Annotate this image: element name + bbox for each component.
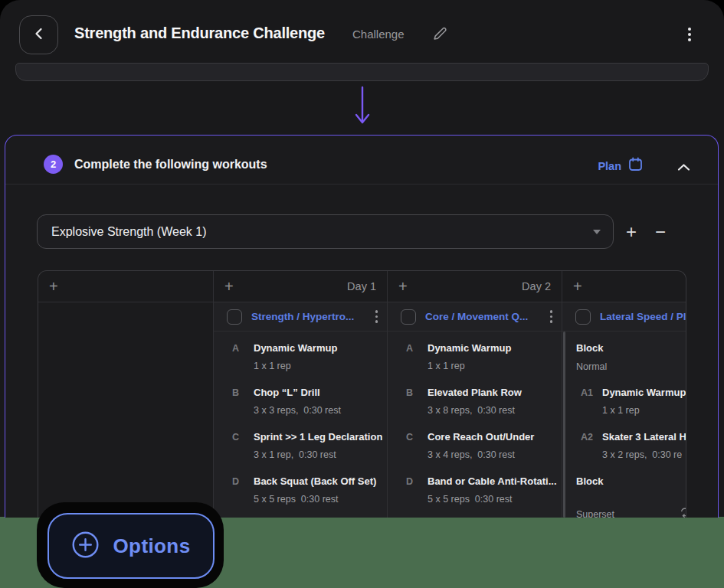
workout-title-link[interactable]: Strength / Hypertro... <box>251 311 366 322</box>
workout-card[interactable]: Core / Movement Q... A Dynamic Warmup 1 … <box>388 302 562 518</box>
board-header-row: + + Day 1 + Day 2 + <box>38 271 686 302</box>
exercise-row: D Band or Cable Anti-Rotati... 5 x 5 rep… <box>401 475 557 506</box>
step-number-badge: 2 <box>44 155 63 174</box>
block-row: Block Superset <box>576 475 686 518</box>
block-detail: Normal <box>576 360 686 374</box>
chevron-left-icon <box>32 27 46 44</box>
exercise-name: Dynamic Warmup <box>428 341 557 355</box>
scroll-indicator[interactable] <box>563 332 565 518</box>
exercise-letter: A1 <box>581 386 602 400</box>
exercise-row: C Sprint >> 1 Leg Declarations 3 x 1 rep… <box>228 430 382 462</box>
board-body: Strength / Hypertro... A Dynamic Warmup … <box>38 302 686 518</box>
exercise-detail: 5 x 5 reps 0:30 rest <box>428 492 557 506</box>
add-workout-button[interactable]: + <box>398 279 408 294</box>
screenshot-canvas: Strength and Endurance Challenge Challen… <box>0 0 724 588</box>
board-column-day2: Core / Movement Q... A Dynamic Warmup 1 … <box>387 302 562 518</box>
board-column-empty <box>38 302 213 518</box>
section-header-divider <box>5 184 718 185</box>
exercise-name: Elevated Plank Row <box>428 386 557 400</box>
day-label: Day 2 <box>522 280 551 292</box>
board-header-cell: + Day 2 <box>387 271 562 302</box>
collapsed-step-card[interactable] <box>15 63 709 81</box>
workout-checkbox[interactable] <box>575 309 591 325</box>
exercise-detail: 3 x 1 rep, 0:30 rest <box>254 448 382 462</box>
exercise-detail: 3 x 4 reps, 0:30 rest <box>428 448 557 462</box>
plus-circle-icon <box>71 531 100 562</box>
page-type-label: Challenge <box>352 28 405 41</box>
step-title: Complete the following workouts <box>74 158 267 172</box>
block-row: Block Normal <box>576 341 686 374</box>
workout-card[interactable]: Strength / Hypertro... A Dynamic Warmup … <box>214 302 387 518</box>
exercise-row: B Elevated Plank Row 3 x 8 reps, 0:30 re… <box>401 386 557 417</box>
exercise-name: Back Squat (Back Off Set) <box>254 475 382 488</box>
exercise-detail: 3 x 2 reps, 0:30 re <box>602 448 686 462</box>
add-workout-button[interactable]: + <box>224 279 234 294</box>
plan-button[interactable]: Plan <box>598 157 643 175</box>
chevron-down-icon <box>593 230 601 234</box>
edit-pencil-icon[interactable] <box>432 25 448 44</box>
exercise-row: C Core Reach Out/Under 3 x 4 reps, 0:30 … <box>401 430 557 462</box>
exercise-row: A Dynamic Warmup 1 x 1 rep <box>401 341 557 373</box>
workout-checkbox[interactable] <box>227 309 242 325</box>
remove-week-button[interactable]: − <box>655 223 666 241</box>
block-detail-text: Superset <box>576 508 614 518</box>
exercise-letter: D <box>406 475 428 488</box>
workout-menu-icon[interactable] <box>550 310 553 323</box>
exercise-name: Skater 3 Lateral Ho <box>602 430 686 444</box>
workout-title-link[interactable]: Lateral Speed / Ply <box>600 311 686 322</box>
exercise-name: Dynamic Warmup <box>602 386 686 400</box>
exercise-letter: B <box>232 386 254 400</box>
exercise-name: Chop “L” Drill <box>254 386 382 400</box>
day-label: Day 1 <box>347 280 376 292</box>
plan-label: Plan <box>598 160 621 172</box>
exercise-detail: 1 x 1 rep <box>254 359 382 373</box>
exercise-detail: 3 x 8 reps, 0:30 rest <box>428 403 557 417</box>
exercise-letter: B <box>406 386 428 400</box>
superset-repeat-icon <box>621 493 686 518</box>
add-workout-button[interactable]: + <box>573 279 582 294</box>
block-detail: Superset <box>576 493 686 518</box>
exercise-row: A2 Skater 3 Lateral Ho 3 x 2 reps, 0:30 … <box>576 430 686 462</box>
workout-menu-icon[interactable] <box>375 310 378 323</box>
options-button-label: Options <box>113 534 190 558</box>
exercise-row: D Back Squat (Back Off Set) 5 x 5 reps 0… <box>228 475 382 506</box>
chevron-up-icon <box>677 161 690 174</box>
exercise-letter: A2 <box>581 430 602 444</box>
exercise-name: Band or Cable Anti-Rotati... <box>428 475 557 488</box>
exercise-letter: D <box>232 475 254 488</box>
board-header-cell: + Day 1 <box>213 271 387 302</box>
program-select[interactable]: Explosive Strength (Week 1) <box>37 214 614 249</box>
exercise-detail: 3 x 3 reps, 0:30 rest <box>254 403 382 417</box>
exercise-name: Sprint >> 1 Leg Declarations <box>254 430 382 444</box>
exercise-name: Core Reach Out/Under <box>428 430 557 444</box>
block-name: Block <box>576 341 686 355</box>
program-select-value: Explosive Strength (Week 1) <box>51 225 593 239</box>
workout-checkbox[interactable] <box>401 309 416 325</box>
exercise-row: B Chop “L” Drill 3 x 3 reps, 0:30 rest <box>228 386 382 417</box>
overflow-menu-icon[interactable] <box>686 26 693 43</box>
board-header-cell: + <box>38 271 213 302</box>
exercise-detail: 5 x 5 reps 0:30 rest <box>254 492 382 506</box>
back-button[interactable] <box>19 15 58 54</box>
board-column-day1: Strength / Hypertro... A Dynamic Warmup … <box>213 302 387 518</box>
exercise-letter: C <box>406 430 428 444</box>
workout-card[interactable]: Lateral Speed / Ply Block Normal A1 Dyna… <box>562 302 686 518</box>
exercise-row: A Dynamic Warmup 1 x 1 rep <box>228 341 382 373</box>
add-week-button[interactable]: + <box>626 223 637 241</box>
board-header-cell: + <box>562 271 686 302</box>
board-column-day3: Lateral Speed / Ply Block Normal A1 Dyna… <box>562 302 686 518</box>
workout-board: + + Day 1 + Day 2 + <box>38 270 686 518</box>
flow-down-arrow-icon <box>351 86 374 129</box>
options-button[interactable]: Options <box>48 513 215 579</box>
collapse-section-button[interactable] <box>676 159 692 176</box>
calendar-icon <box>628 157 643 175</box>
block-name: Block <box>576 475 686 488</box>
exercise-letter: A <box>406 341 428 355</box>
exercise-detail: 1 x 1 rep <box>602 403 686 417</box>
page-title: Strength and Endurance Challenge <box>74 24 325 42</box>
add-workout-button[interactable]: + <box>49 279 58 294</box>
exercise-letter: C <box>232 430 254 444</box>
workout-title-link[interactable]: Core / Movement Q... <box>425 311 541 322</box>
exercise-row: A1 Dynamic Warmup 1 x 1 rep <box>576 386 686 417</box>
exercise-letter: A <box>232 341 254 355</box>
